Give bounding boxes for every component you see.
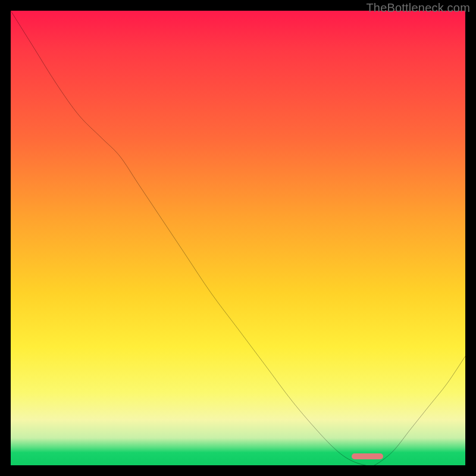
bottleneck-curve: [11, 11, 465, 466]
chart-stage: TheBottleneck.com: [0, 0, 476, 476]
attribution-text: TheBottleneck.com: [366, 1, 470, 15]
curve-layer: [11, 11, 465, 465]
optimal-zone-marker: [352, 453, 383, 459]
